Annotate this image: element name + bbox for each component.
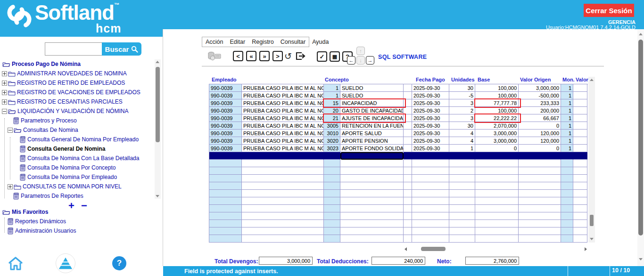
cell-fecha[interactable]: 2025-09-30 [412,122,449,130]
cell-mon[interactable]: 1 [561,137,573,145]
cell-unidades[interactable] [449,182,475,190]
cell-cpt-code[interactable] [324,175,340,182]
expand-icon[interactable] [2,81,7,86]
cell-valor-origen[interactable] [519,197,561,205]
cell-valor-l[interactable] [573,160,587,167]
cell-mon[interactable] [561,227,573,235]
cell-valor-l[interactable] [573,107,587,114]
cell-gap[interactable] [404,190,412,197]
cell-cpt-name[interactable] [340,227,404,235]
cell-valor-origen[interactable]: 200,000 [519,107,561,114]
cell-mon[interactable] [561,220,573,227]
cell-unidades[interactable] [449,212,475,220]
cell-valor-origen[interactable] [519,160,561,167]
cell-emp-code[interactable]: 990-0039 [209,99,242,107]
cell-base[interactable] [475,197,519,205]
cell-emp-name[interactable]: PRUEBA CASO PILA IBC M AL NOV [242,107,324,114]
cell-gap[interactable] [404,122,412,130]
cell-cpt-code[interactable]: 1 [324,84,340,92]
collapse-icon[interactable] [8,128,13,133]
cell-valor-l[interactable] [573,197,587,205]
cell-valor-l[interactable] [573,167,587,175]
cell-emp-name[interactable]: PRUEBA CASO PILA IBC M AL NOV [242,122,324,130]
cell-gap[interactable] [404,167,412,175]
cell-valor-l[interactable] [573,205,587,212]
cell-unidades[interactable] [449,167,475,175]
cell-unidades[interactable] [449,175,475,182]
cell-base[interactable]: 100,000 [475,92,519,99]
table-row[interactable] [209,152,588,160]
cell-valor-origen[interactable]: 233,333 [519,99,561,107]
cell-gap[interactable] [404,92,412,99]
cell-mon[interactable] [561,212,573,220]
col-header-empleado[interactable]: Empleado [212,77,237,82]
expand-icon[interactable] [2,90,7,95]
scroll-down-icon[interactable] [590,238,594,240]
cell-mon[interactable] [561,175,573,182]
tree-item-proceso-pago-de-nomina[interactable]: Proceso Pago De Nómina [1,59,155,69]
move-left-icon[interactable]: ← [347,56,355,65]
cell-unidades[interactable] [449,235,475,243]
cell-emp-code[interactable] [209,197,242,205]
cell-cpt-name[interactable] [340,175,404,182]
tree-item-consulta-de-nomina-por-empleado[interactable]: Consulta De Nomina Por Empleado [1,172,155,182]
cell-fecha[interactable]: 2025-09-30 [412,114,449,122]
table-row-empty[interactable] [209,167,588,175]
cell-valor-origen[interactable] [519,175,561,182]
cell-fecha[interactable]: 2025-09-30 [412,107,449,114]
table-row[interactable]: 990-0039PRUEBA CASO PILA IBC M AL NOV1SU… [209,84,588,92]
cell-mon[interactable]: 1 [561,84,573,92]
cell-base[interactable] [475,235,519,243]
cell-cpt-name[interactable] [340,197,404,205]
cell-cpt-code[interactable] [324,182,340,190]
cell-gap[interactable] [404,205,412,212]
cell-fecha[interactable] [412,235,449,243]
cell-cpt-code[interactable] [324,152,340,160]
cell-emp-code[interactable]: 990-0039 [209,137,242,145]
cell-mon[interactable]: 1 [561,107,573,114]
cell-gap[interactable] [404,182,412,190]
table-row[interactable]: 990-0039PRUEBA CASO PILA IBC M AL NOV15I… [209,99,588,107]
tree-item-consultas-de-nomina-por-nivel[interactable]: CONSULTAS DE NOMINA POR NIVEL [1,182,155,191]
pyramid-icon[interactable] [56,253,75,273]
cell-base[interactable] [475,212,519,220]
tree-item-registro-de-vacaciones-de-empleados[interactable]: REGISTRO DE VACACIONES DE EMPLEADOS [1,88,155,97]
cell-fecha[interactable] [412,160,449,167]
tree-item-consultas-de-nomina[interactable]: Consultas De Nomina [1,125,155,135]
record-first-button[interactable]: « [246,51,256,61]
cell-cpt-code[interactable] [324,197,340,205]
col-header-unidades[interactable]: Unidades [451,77,475,82]
cell-unidades[interactable] [449,220,475,227]
cell-unidades[interactable] [449,152,475,160]
search-input[interactable] [45,42,102,56]
cell-cpt-name[interactable] [340,235,404,243]
cell-emp-name[interactable] [242,175,324,182]
cell-fecha[interactable]: 2025-09-30 [412,99,449,107]
cell-base[interactable]: 3,000,000 [475,137,519,145]
cell-emp-name[interactable] [242,182,324,190]
home-icon[interactable] [8,256,24,273]
cell-mon[interactable]: 1 [561,92,573,99]
cell-gap[interactable] [404,137,412,145]
record-prev-button[interactable]: < [233,51,243,61]
expand-icon[interactable] [2,99,7,105]
page-scrollbar[interactable] [637,29,644,266]
cell-base[interactable]: 2,070,000 [475,122,519,130]
record-next-button[interactable]: > [272,51,283,61]
cell-valor-origen[interactable] [519,167,561,175]
tree-item-administrar-novedades-de-nomina[interactable]: ADMINISTRAR NOVEDADES DE NOMINA [1,69,155,78]
search-button[interactable]: Buscar [102,42,141,56]
cell-emp-code[interactable]: 990-0039 [209,130,242,137]
cell-emp-code[interactable] [209,220,242,227]
cell-emp-name[interactable] [242,227,324,235]
logout-button[interactable]: Cerrar Sesión [584,4,634,17]
cell-emp-name[interactable]: PRUEBA CASO PILA IBC M AL NOV [242,145,324,152]
cell-emp-name[interactable] [242,167,324,175]
menu-item-consultar[interactable]: Consultar [277,39,309,45]
cell-emp-code[interactable]: 990-0039 [209,92,242,99]
tree-item-consulta-de-nomina-por-concepto[interactable]: Consulta De Nomina Por Concepto [1,163,155,172]
cell-valor-origen[interactable] [519,205,561,212]
cell-gap[interactable] [404,220,412,227]
table-row-empty[interactable] [209,227,588,235]
cell-unidades[interactable] [449,190,475,197]
